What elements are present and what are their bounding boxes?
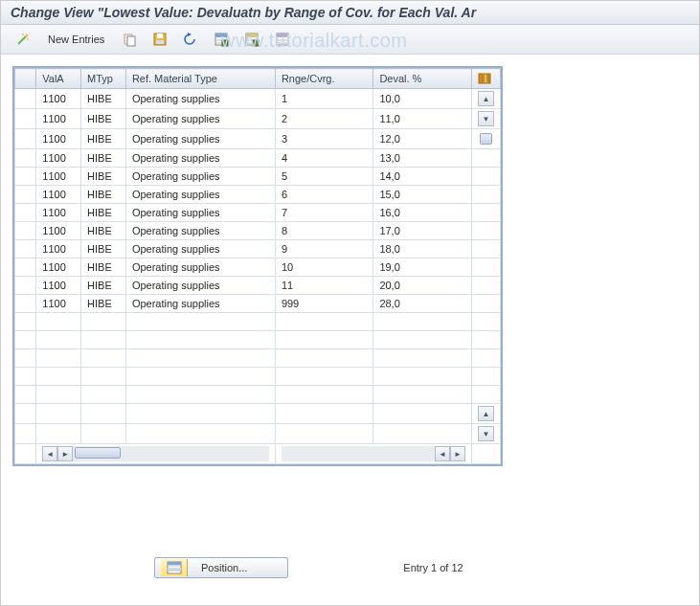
- row-selector[interactable]: [15, 109, 36, 129]
- cell-deval[interactable]: [373, 386, 472, 404]
- cell-deval[interactable]: 14,0: [373, 168, 472, 186]
- cell-mtyp[interactable]: HIBE: [81, 258, 126, 277]
- cell-ref[interactable]: [125, 386, 275, 404]
- new-entries-button[interactable]: New Entries: [39, 29, 113, 50]
- table-settings-button[interactable]: [268, 29, 297, 50]
- row-selector-header[interactable]: [15, 69, 36, 89]
- cell-ref[interactable]: [125, 349, 275, 368]
- row-selector[interactable]: [15, 240, 36, 258]
- cell-ref[interactable]: [125, 404, 275, 424]
- cell-mtyp[interactable]: [81, 404, 126, 424]
- row-selector[interactable]: [15, 404, 36, 424]
- cell-mtyp[interactable]: [81, 386, 126, 404]
- cell-mtyp[interactable]: [81, 368, 126, 386]
- cell-rnge[interactable]: 4: [275, 149, 373, 168]
- cell-vala[interactable]: 1100: [36, 222, 81, 240]
- cell-deval[interactable]: 18,0: [373, 240, 472, 258]
- cell-mtyp[interactable]: HIBE: [81, 109, 126, 129]
- cell-deval[interactable]: [373, 313, 472, 331]
- cell-vala[interactable]: 1100: [36, 129, 81, 149]
- row-selector[interactable]: [15, 313, 36, 331]
- cell-ref[interactable]: Operating supplies: [125, 149, 275, 168]
- cell-deval[interactable]: 19,0: [373, 258, 472, 277]
- cell-rnge[interactable]: [275, 386, 373, 404]
- cell-vala[interactable]: [36, 404, 81, 424]
- save-button[interactable]: [146, 29, 174, 50]
- row-selector[interactable]: [15, 277, 36, 295]
- cell-ref[interactable]: Operating supplies: [125, 168, 275, 186]
- vscroll-down-button-bottom[interactable]: ▼: [478, 426, 494, 441]
- cell-vala[interactable]: 1100: [36, 258, 81, 277]
- cell-rnge[interactable]: 5: [275, 168, 373, 186]
- cell-deval[interactable]: [373, 424, 472, 444]
- cell-deval[interactable]: 28,0: [373, 295, 472, 313]
- col-header-ref[interactable]: Ref. Material Type: [125, 69, 275, 89]
- cell-rnge[interactable]: 2: [275, 109, 373, 129]
- hscroll-right-button-2[interactable]: ►: [450, 446, 465, 461]
- cell-rnge[interactable]: 3: [275, 129, 373, 149]
- cell-ref[interactable]: Operating supplies: [125, 258, 275, 277]
- cell-ref[interactable]: [125, 313, 275, 331]
- row-selector[interactable]: [15, 186, 36, 204]
- cell-mtyp[interactable]: HIBE: [81, 277, 126, 295]
- row-selector[interactable]: [15, 89, 36, 109]
- cell-deval[interactable]: [373, 404, 472, 424]
- row-selector[interactable]: [15, 222, 36, 240]
- row-selector[interactable]: [15, 386, 36, 404]
- hscroll-track[interactable]: [73, 446, 269, 461]
- cell-deval[interactable]: 17,0: [373, 222, 472, 240]
- cell-vala[interactable]: 1100: [36, 109, 81, 129]
- cell-ref[interactable]: Operating supplies: [125, 240, 275, 258]
- cell-rnge[interactable]: 7: [275, 204, 373, 222]
- deselect-all-button[interactable]: [237, 29, 266, 50]
- row-selector[interactable]: [15, 424, 36, 444]
- row-selector[interactable]: [15, 258, 36, 277]
- toggle-button[interactable]: [9, 29, 37, 50]
- hscroll-thumb[interactable]: [75, 447, 121, 459]
- row-selector[interactable]: [15, 149, 36, 168]
- row-selector[interactable]: [15, 168, 36, 186]
- cell-rnge[interactable]: [275, 349, 373, 368]
- cell-vala[interactable]: [36, 313, 81, 331]
- cell-mtyp[interactable]: [81, 313, 126, 331]
- col-header-deval[interactable]: Deval. %: [373, 69, 472, 89]
- cell-vala[interactable]: 1100: [36, 149, 81, 168]
- cell-ref[interactable]: [125, 368, 275, 386]
- cell-deval[interactable]: 20,0: [373, 277, 472, 295]
- cell-ref[interactable]: Operating supplies: [125, 109, 275, 129]
- col-header-mtyp[interactable]: MTyp: [81, 69, 126, 89]
- cell-mtyp[interactable]: HIBE: [81, 168, 126, 186]
- cell-mtyp[interactable]: HIBE: [81, 89, 126, 109]
- cell-ref[interactable]: Operating supplies: [125, 89, 275, 109]
- configure-columns-button[interactable]: [471, 69, 500, 89]
- cell-ref[interactable]: Operating supplies: [125, 186, 275, 204]
- row-selector[interactable]: [15, 331, 36, 349]
- row-selector[interactable]: [15, 368, 36, 386]
- cell-rnge[interactable]: [275, 331, 373, 349]
- cell-rnge[interactable]: 999: [275, 295, 373, 313]
- cell-rnge[interactable]: 6: [275, 186, 373, 204]
- vscroll-up-button[interactable]: ▲: [478, 91, 494, 106]
- cell-rnge[interactable]: [275, 404, 373, 424]
- hscroll-left-button-2[interactable]: ◄: [435, 446, 450, 461]
- cell-mtyp[interactable]: [81, 349, 126, 368]
- cell-deval[interactable]: [373, 368, 472, 386]
- cell-vala[interactable]: 1100: [36, 89, 81, 109]
- undo-button[interactable]: [176, 29, 205, 50]
- cell-mtyp[interactable]: HIBE: [81, 295, 126, 313]
- cell-deval[interactable]: 11,0: [373, 109, 472, 129]
- col-header-rnge[interactable]: Rnge/Cvrg.: [275, 69, 373, 89]
- cell-rnge[interactable]: 1: [275, 89, 373, 109]
- vscroll-down-button[interactable]: ▼: [478, 111, 494, 126]
- cell-deval[interactable]: 13,0: [373, 149, 472, 168]
- cell-rnge[interactable]: [275, 313, 373, 331]
- cell-vala[interactable]: 1100: [36, 295, 81, 313]
- cell-mtyp[interactable]: HIBE: [81, 204, 126, 222]
- cell-ref[interactable]: Operating supplies: [125, 295, 275, 313]
- cell-vala[interactable]: [36, 424, 81, 444]
- hscroll-track-2[interactable]: [282, 446, 435, 461]
- cell-rnge[interactable]: 8: [275, 222, 373, 240]
- row-selector[interactable]: [15, 129, 36, 149]
- cell-deval[interactable]: [373, 349, 472, 368]
- col-header-vala[interactable]: ValA: [36, 69, 81, 89]
